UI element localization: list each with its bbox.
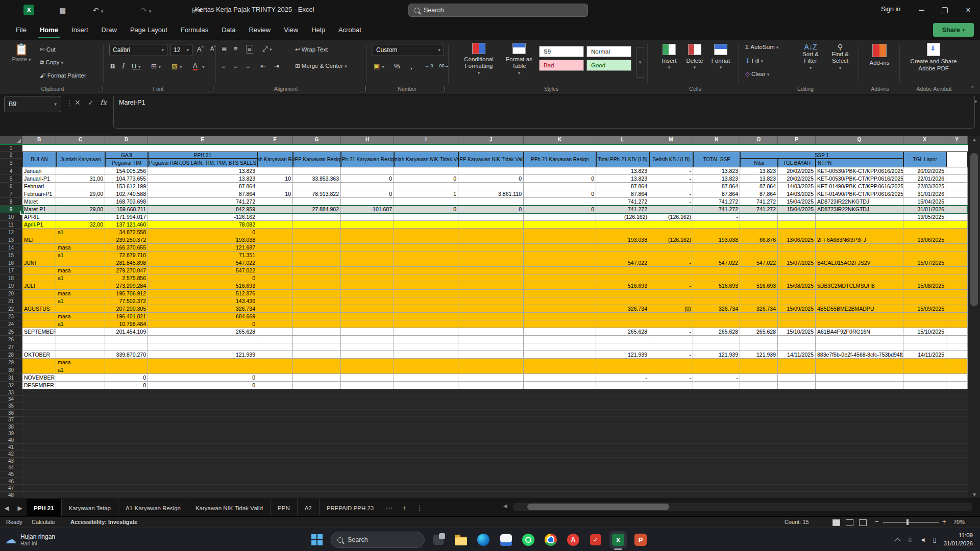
cell-Y22[interactable]: [946, 305, 968, 313]
cell-E13[interactable]: 193.038: [148, 236, 257, 244]
cell-D12[interactable]: 34.872.558: [105, 229, 148, 236]
align-left-icon[interactable]: ≡: [222, 62, 226, 70]
row-header-18[interactable]: 18: [0, 274, 22, 282]
cell-O15[interactable]: [740, 252, 778, 259]
cell-P10[interactable]: [778, 213, 816, 221]
header-pph-21[interactable]: PPH 21: [148, 152, 257, 159]
cell-O27[interactable]: [740, 343, 778, 351]
row-header-37[interactable]: 37: [0, 417, 22, 423]
cell-O28[interactable]: 121.939: [740, 351, 778, 359]
formula-input[interactable]: Maret-P1: [113, 96, 975, 129]
cell-H14[interactable]: [341, 244, 394, 252]
cell-style-normal[interactable]: Normal: [586, 46, 631, 57]
menu-tab-draw[interactable]: Draw: [95, 20, 124, 40]
cell-J14[interactable]: [458, 244, 524, 252]
cell-C6[interactable]: [56, 183, 105, 190]
cell-C21[interactable]: a1: [56, 297, 105, 305]
cell-L31[interactable]: -: [596, 374, 649, 382]
cell-X30[interactable]: [903, 366, 946, 374]
cell-C11[interactable]: 32,00: [56, 221, 105, 229]
cell-O12[interactable]: [740, 229, 778, 236]
cell-X28[interactable]: 14/11/2025: [903, 351, 946, 359]
cell-Q18[interactable]: [816, 274, 903, 282]
row-header-12[interactable]: 12: [0, 229, 22, 236]
cell-G22[interactable]: [293, 305, 341, 313]
cell-E6[interactable]: 87.864: [148, 183, 257, 190]
cell-I15[interactable]: [394, 252, 458, 259]
cell-N9[interactable]: 741.272: [693, 206, 740, 213]
cell-E22[interactable]: 326.734: [148, 305, 257, 313]
row-header-21[interactable]: 21: [0, 297, 22, 305]
menu-tab-home[interactable]: Home: [33, 20, 65, 40]
cell-C16[interactable]: [56, 259, 105, 267]
cell-P23[interactable]: [778, 313, 816, 320]
cell-H27[interactable]: [341, 343, 394, 351]
row-header-42[interactable]: 42: [0, 451, 22, 458]
cell-F19[interactable]: [257, 282, 293, 290]
cell-M22[interactable]: (0): [649, 305, 693, 313]
cell-Q29[interactable]: [816, 359, 903, 366]
cell-H16[interactable]: [341, 259, 394, 267]
row-header-38[interactable]: 38: [0, 423, 22, 430]
cell-B29[interactable]: [22, 359, 56, 366]
cell-K17[interactable]: [524, 267, 596, 274]
cell-M29[interactable]: [649, 359, 693, 366]
align-bottom-icon[interactable]: ≡: [246, 45, 253, 54]
column-header-E[interactable]: E: [148, 136, 257, 144]
cell-I19[interactable]: [394, 282, 458, 290]
row-header-26[interactable]: 26: [0, 336, 22, 343]
cell-Y31[interactable]: [946, 374, 968, 382]
cell-F24[interactable]: [257, 320, 293, 328]
row-header-8[interactable]: 8: [0, 198, 22, 206]
cell-M28[interactable]: -: [649, 351, 693, 359]
cell-H7[interactable]: 0: [341, 190, 394, 198]
cell-C23[interactable]: masa: [56, 313, 105, 320]
row-header-32[interactable]: 32: [0, 382, 22, 389]
row-header-11[interactable]: 11: [0, 221, 22, 229]
comma-style-icon[interactable]: ，: [407, 61, 415, 72]
cell-D18[interactable]: 2.575.856: [105, 274, 148, 282]
cell-O17[interactable]: [740, 267, 778, 274]
cell-L19[interactable]: 516.693: [596, 282, 649, 290]
cell-P20[interactable]: [778, 290, 816, 297]
cell-B31[interactable]: NOVEMBER: [22, 374, 56, 382]
cell-D11[interactable]: 137.121.460: [105, 221, 148, 229]
cell-B10[interactable]: APRIL: [22, 213, 56, 221]
page-break-view-icon[interactable]: [859, 519, 867, 526]
empty-row-45[interactable]: [22, 471, 968, 478]
row-header-33[interactable]: 33: [0, 389, 22, 396]
cell-K19[interactable]: [524, 282, 596, 290]
weather-widget[interactable]: ☁ Hujan ringan Hari ini: [5, 531, 55, 548]
cell-O32[interactable]: [740, 382, 778, 389]
cell-X31[interactable]: [903, 374, 946, 382]
cell-E20[interactable]: 512.876: [148, 290, 257, 297]
cell-X22[interactable]: 15/09/2025: [903, 305, 946, 313]
header-selisih-kb-lb-[interactable]: Selisih KB / (LB): [649, 152, 693, 167]
cell-N8[interactable]: 741.272: [693, 198, 740, 206]
column-header-H[interactable]: H: [341, 136, 394, 144]
row-header-48[interactable]: 48: [0, 492, 22, 498]
cell-Y11[interactable]: [946, 221, 968, 229]
column-header-J[interactable]: J: [458, 136, 524, 144]
volume-icon[interactable]: ◄︎: [920, 536, 926, 543]
cell-F25[interactable]: [257, 328, 293, 336]
column-header-B[interactable]: B: [22, 136, 56, 144]
cell-X13[interactable]: 13/06/2025: [903, 236, 946, 244]
cell-B13[interactable]: MEI: [22, 236, 56, 244]
autosum-button[interactable]: Σ AutoSum ▾: [745, 44, 778, 50]
cell-J15[interactable]: [458, 252, 524, 259]
task-view-taskbar-button[interactable]: [430, 531, 447, 548]
cell-L16[interactable]: 547.022: [596, 259, 649, 267]
edge-taskbar-button[interactable]: [475, 531, 492, 548]
cell-M16[interactable]: -: [649, 259, 693, 267]
column-header-M[interactable]: M: [649, 136, 693, 144]
column-header-O[interactable]: O: [740, 136, 778, 144]
header-jumlah-karyawan-nik-tidak-valid[interactable]: Jumlah Karyawan NIK Tidak Valid: [394, 152, 458, 167]
cell-X20[interactable]: [903, 290, 946, 297]
cell-O6[interactable]: 87.864: [740, 183, 778, 190]
cell-B25[interactable]: SEPTEMBER: [22, 328, 56, 336]
cell-J11[interactable]: [458, 221, 524, 229]
cell-K11[interactable]: [524, 221, 596, 229]
increase-decimal-icon[interactable]: ←.0: [425, 63, 433, 68]
number-dialog-launcher-icon[interactable]: [440, 86, 445, 91]
